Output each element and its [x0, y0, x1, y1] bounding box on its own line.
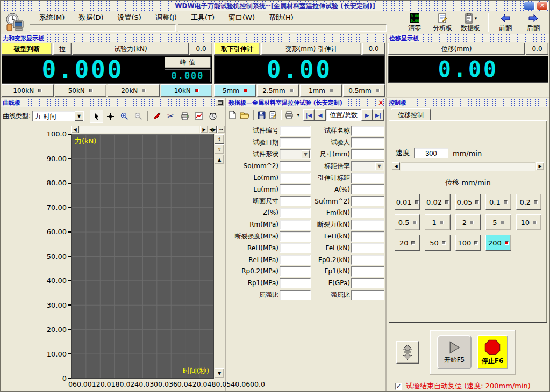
chart-hscrollbar[interactable]: ◀ ▶ ◀▶ ↔ — [71, 125, 225, 134]
force-range-button[interactable]: 50kN — [55, 84, 107, 97]
new-record-button[interactable] — [228, 109, 238, 121]
field-input-text[interactable] — [280, 208, 310, 217]
field-input[interactable]: ▼ — [351, 266, 384, 277]
scroll-right-icon[interactable]: ▶ — [200, 126, 208, 133]
field-input[interactable]: ▼ — [351, 231, 384, 242]
page-next-button[interactable]: 后翻 — [520, 12, 546, 32]
last-record-button[interactable]: ▶| — [373, 109, 384, 121]
menu-item[interactable]: 窗口(W) — [227, 12, 256, 23]
field-input[interactable]: ▼ — [351, 243, 384, 253]
chart-tool-button[interactable] — [192, 110, 205, 123]
field-input[interactable]: ▼ — [280, 149, 311, 159]
fit-width-icon[interactable]: ◀▶ — [209, 126, 217, 133]
slider-left-icon[interactable]: ◀ — [392, 162, 400, 170]
fit-height-icon[interactable]: ⇕ — [215, 134, 224, 144]
speed-input[interactable] — [414, 148, 448, 158]
field-input[interactable]: ▼ — [280, 220, 311, 230]
print-curve-button[interactable] — [178, 110, 191, 123]
hscroll-track[interactable] — [80, 126, 199, 133]
speed-preset-button[interactable]: 200 — [485, 235, 511, 251]
crosshair-tool-button[interactable] — [104, 110, 117, 123]
field-input-text[interactable] — [280, 267, 310, 276]
menu-item[interactable]: 调整(J) — [154, 12, 178, 23]
vscroll-track[interactable] — [215, 165, 225, 368]
menu-item[interactable]: 工具(T) — [190, 12, 216, 23]
speed-preset-button[interactable]: 100 — [455, 235, 481, 251]
tab-displacement-control[interactable]: 位移控制 — [391, 108, 431, 120]
field-input-text[interactable] — [280, 197, 310, 206]
menu-item[interactable]: 系统(M) — [38, 12, 66, 23]
field-input[interactable]: ▼ — [351, 173, 384, 183]
field-input-text[interactable] — [352, 267, 384, 276]
field-input-text[interactable] — [352, 232, 384, 241]
print-options-caret[interactable]: ▾ — [297, 112, 299, 118]
plot-canvas[interactable]: 力(kN) 时间(秒) — [71, 134, 214, 379]
data-board-button[interactable]: ▾ 数据板 — [458, 12, 483, 32]
auto-reset-checkbox[interactable]: ✓ — [395, 383, 402, 390]
curve-panel-window-button[interactable] — [216, 99, 224, 106]
field-input[interactable]: ▼ — [280, 161, 311, 171]
field-input-text[interactable] — [280, 279, 310, 288]
field-input[interactable]: ▼ — [280, 173, 311, 183]
field-input[interactable]: ▼ — [280, 231, 311, 242]
field-input[interactable]: ▼ — [351, 290, 384, 300]
speed-slider[interactable]: ◀ ▶ — [392, 162, 544, 171]
print-report-button[interactable] — [284, 109, 294, 121]
field-input[interactable]: ▼ — [280, 126, 311, 136]
force-range-button[interactable]: 20kN — [108, 84, 160, 97]
chart-vscrollbar[interactable]: ⇕ ⇳ ▲ ▼ — [214, 134, 225, 379]
deform-channel-button[interactable]: 变形(mm)-引伸计 — [261, 43, 361, 55]
prev-record-button[interactable]: ◀ — [315, 109, 326, 121]
field-input[interactable]: ▼ — [351, 149, 384, 159]
chevron-down-icon[interactable]: ▼ — [302, 150, 310, 158]
edit-notes-button[interactable] — [268, 109, 277, 121]
timer-tool-button[interactable] — [206, 110, 219, 123]
speed-preset-button[interactable]: 10 — [516, 214, 541, 230]
field-input-text[interactable] — [352, 126, 384, 135]
field-input[interactable]: ▼ — [280, 290, 311, 300]
field-input[interactable]: ▼ — [280, 137, 311, 148]
field-input[interactable]: ▼ — [280, 196, 311, 206]
field-input[interactable]: ▼ — [351, 137, 384, 148]
speed-preset-button[interactable]: 0.05 — [455, 194, 481, 210]
scroll-down-icon[interactable]: ▼ — [215, 368, 224, 378]
expand-width-icon[interactable]: ↔ — [217, 126, 225, 133]
next-record-button[interactable]: ▶ — [361, 109, 373, 121]
save-button[interactable] — [256, 109, 266, 121]
stop-button[interactable]: 停止F6 — [477, 335, 508, 369]
chevron-down-icon[interactable]: ▼ — [375, 162, 383, 170]
zoom-in-tool-button[interactable] — [118, 110, 131, 123]
scroll-up-icon[interactable]: ▲ — [215, 155, 224, 164]
field-input[interactable]: ▼ — [351, 184, 384, 194]
field-input-text[interactable] — [280, 243, 310, 252]
field-input-text[interactable] — [280, 291, 310, 300]
speed-preset-button[interactable]: 0.1 — [485, 194, 511, 210]
field-input-text[interactable] — [352, 138, 384, 147]
field-input-text[interactable] — [352, 255, 384, 264]
field-input-text[interactable] — [280, 162, 310, 171]
scroll-left-icon[interactable]: ◀ — [71, 126, 79, 133]
speed-preset-button[interactable]: 50 — [425, 235, 450, 251]
field-input-text[interactable] — [280, 138, 310, 147]
field-input-text[interactable] — [352, 208, 384, 217]
field-input[interactable]: ▼ — [351, 255, 384, 265]
pen-tool-button[interactable] — [150, 110, 163, 123]
field-input[interactable]: ▼ — [351, 126, 384, 136]
field-input-text[interactable] — [280, 185, 310, 194]
field-input-text[interactable] — [352, 185, 384, 194]
field-input-text[interactable] — [352, 291, 384, 300]
field-input[interactable]: ▼ — [351, 208, 384, 218]
menu-item[interactable]: 数据(D) — [77, 12, 104, 23]
curve-type-combo[interactable]: 力-时间 ▼ — [32, 111, 84, 121]
analysis-board-button[interactable]: 分析板 — [430, 12, 455, 32]
field-input-text[interactable] — [280, 232, 310, 241]
speed-preset-button[interactable]: 5 — [485, 214, 511, 230]
data-panel-close-icon[interactable]: ✕ — [378, 99, 384, 107]
field-input-text[interactable] — [280, 126, 310, 135]
speed-preset-button[interactable]: 20 — [395, 235, 420, 251]
field-input-text[interactable] — [280, 255, 310, 264]
remove-extensometer-button[interactable]: 取下引伸计 — [214, 43, 260, 55]
field-input[interactable]: ▼ — [280, 278, 311, 288]
force-channel-button[interactable]: 试验力(kN) — [73, 43, 189, 55]
menu-item[interactable]: 帮助(H) — [268, 12, 295, 23]
